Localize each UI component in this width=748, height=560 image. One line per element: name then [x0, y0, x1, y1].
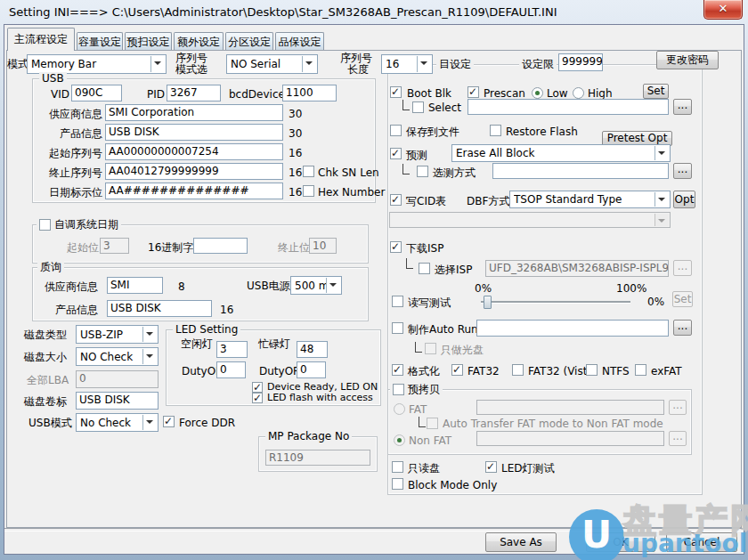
pid-input[interactable]: 3267: [167, 85, 221, 101]
chk-sn-len-checkbox[interactable]: [303, 166, 314, 177]
block-mode-only-label[interactable]: Block Mode Only: [408, 479, 497, 491]
led-test-label[interactable]: LED灯测试: [501, 462, 555, 475]
usb-power-combo[interactable]: 500 mA: [290, 276, 342, 295]
sn-len-combo[interactable]: 16: [381, 54, 433, 74]
select-test-label[interactable]: 选测方式: [433, 166, 476, 179]
limit-input[interactable]: 999999: [558, 53, 603, 71]
select-test-checkbox[interactable]: [417, 166, 428, 177]
chevron-down-icon[interactable]: [142, 415, 157, 430]
usb-vendor-input[interactable]: SMI Corporation: [105, 104, 283, 121]
duty-on-input[interactable]: 0: [216, 361, 246, 378]
sn-start-input[interactable]: AA00000000007254: [105, 143, 283, 160]
led-test-checkbox[interactable]: [485, 461, 497, 473]
tab-capacity[interactable]: 容量设定: [77, 32, 123, 51]
rw-test-slider-thumb[interactable]: [484, 296, 492, 309]
high-radio[interactable]: [573, 87, 584, 99]
chk-sn-len-label[interactable]: Chk SN Len: [318, 166, 379, 179]
write-cid-checkbox[interactable]: [390, 194, 402, 206]
sysdate-checkbox[interactable]: [39, 219, 51, 231]
chevron-down-icon[interactable]: [326, 278, 340, 293]
write-cid-label[interactable]: 写CID表: [406, 195, 446, 207]
change-password-button[interactable]: 更改密码: [656, 51, 719, 69]
high-label[interactable]: High: [588, 87, 613, 100]
duty-off-input[interactable]: 0: [297, 361, 326, 378]
restore-flash-label[interactable]: Restore Flash: [506, 126, 578, 138]
chevron-down-icon[interactable]: [654, 146, 669, 160]
force-ddr-checkbox[interactable]: [163, 416, 175, 427]
mode-combo[interactable]: Memory Bar: [27, 54, 167, 74]
inquiry-product-input[interactable]: USB DISK: [107, 300, 212, 317]
select-isp-label[interactable]: 选择ISP: [435, 264, 472, 276]
format-label[interactable]: 格式化: [408, 365, 440, 377]
select-isp-checkbox[interactable]: [419, 263, 430, 274]
autorun-checkbox[interactable]: [392, 322, 403, 334]
rw-test-checkbox[interactable]: [392, 296, 403, 307]
prescan-checkbox[interactable]: [467, 86, 479, 98]
save-as-button[interactable]: Save As: [485, 532, 557, 552]
busy-led-input[interactable]: 48: [297, 341, 328, 358]
low-radio[interactable]: [532, 87, 543, 99]
set-button[interactable]: Set: [643, 84, 669, 99]
disk-size-combo[interactable]: NO Check: [76, 347, 159, 366]
read-only-label[interactable]: 只读盘: [408, 462, 440, 475]
exfat-label[interactable]: exFAT: [651, 365, 682, 377]
precopy-legend[interactable]: 预拷贝: [408, 383, 440, 395]
chevron-down-icon[interactable]: [654, 192, 669, 207]
rw-test-slider-track[interactable]: [481, 301, 630, 304]
precopy-checkbox[interactable]: [393, 384, 404, 395]
inquiry-vendor-input[interactable]: SMI: [107, 277, 163, 294]
disk-type-combo[interactable]: USB-ZIP: [76, 325, 159, 344]
fat32-vista-checkbox[interactable]: [512, 364, 524, 376]
close-button[interactable]: [703, 0, 743, 20]
prescan-label[interactable]: Prescan: [484, 87, 525, 100]
hex-number-checkbox[interactable]: [303, 185, 314, 197]
dbf-mode-combo[interactable]: TSOP Standard Type: [509, 191, 671, 208]
vid-input[interactable]: 090C: [71, 85, 122, 101]
format-checkbox[interactable]: [392, 364, 403, 376]
tab-qa[interactable]: 品保设定: [275, 32, 324, 51]
restore-flash-checkbox[interactable]: [490, 125, 501, 136]
boot-blk-label[interactable]: Boot Blk: [407, 87, 451, 100]
select-label[interactable]: Select: [428, 101, 461, 114]
select-test-browse-button[interactable]: ...: [673, 163, 692, 179]
fat32-label[interactable]: FAT32: [467, 365, 500, 377]
hex-word-input[interactable]: [193, 238, 248, 254]
select-path-input[interactable]: [467, 99, 669, 115]
date-flag-input[interactable]: AA##############: [105, 183, 283, 199]
usb-mode-combo[interactable]: No Check: [76, 413, 159, 432]
autorun-browse-button[interactable]: ...: [673, 320, 692, 336]
chevron-down-icon[interactable]: [142, 327, 157, 342]
force-ddr-label[interactable]: Force DDR: [179, 417, 235, 429]
sn-end-input[interactable]: AA04012799999999: [105, 163, 283, 180]
hex-number-label[interactable]: Hex Number: [318, 186, 385, 199]
save-to-file-label[interactable]: 保存到文件: [406, 126, 459, 138]
ntfs-label[interactable]: NTFS: [602, 365, 630, 377]
sn-mode-combo[interactable]: NO Serial: [226, 54, 318, 74]
select-browse-button[interactable]: ...: [673, 99, 692, 115]
usb-product-input[interactable]: USB DISK: [105, 124, 283, 141]
block-mode-only-checkbox[interactable]: [392, 478, 403, 490]
volume-input[interactable]: USB DISK: [76, 392, 159, 410]
read-only-checkbox[interactable]: [392, 461, 403, 473]
autorun-label[interactable]: 制作Auto Run: [408, 323, 478, 336]
chevron-down-icon[interactable]: [142, 349, 157, 364]
chevron-down-icon[interactable]: [150, 56, 165, 72]
bcddevice-input[interactable]: 1100: [282, 85, 337, 101]
select-test-path-input[interactable]: [492, 163, 669, 179]
tab-extra[interactable]: 额外设定: [174, 32, 224, 51]
idle-led-input[interactable]: 3: [216, 341, 248, 358]
download-isp-label[interactable]: 下载ISP: [406, 242, 443, 255]
led-flash-label[interactable]: LED flash with access: [267, 392, 373, 404]
sysdate-legend[interactable]: 自调系统日期: [54, 218, 118, 231]
rw-test-label[interactable]: 读写测试: [408, 296, 451, 309]
tab-partition[interactable]: 分区设定: [225, 32, 273, 51]
select-checkbox[interactable]: [412, 101, 424, 113]
fat32-checkbox[interactable]: [451, 364, 463, 376]
tab-prescan[interactable]: 预扫设定: [125, 32, 172, 51]
chevron-down-icon[interactable]: [302, 56, 316, 72]
boot-blk-checkbox[interactable]: [390, 86, 402, 98]
save-to-file-checkbox[interactable]: [390, 125, 402, 136]
chevron-down-icon[interactable]: [417, 56, 431, 72]
pretest-checkbox[interactable]: [390, 148, 402, 159]
opt-button[interactable]: Opt: [673, 191, 695, 208]
